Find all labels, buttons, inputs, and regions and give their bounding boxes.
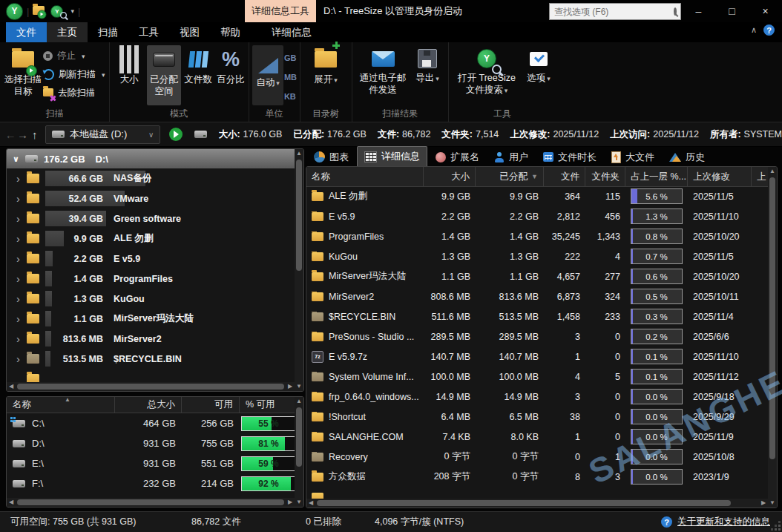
scroll-down-icon[interactable]: ▼ [768,499,777,508]
table-row[interactable]: KuGou1.3 GB1.3 GB22240.7 %2025/11/5 [306,246,768,266]
expand-button[interactable]: 展开▾ [309,45,342,105]
back-icon[interactable]: ← [4,128,16,141]
chevron-right-icon[interactable]: › [16,314,27,324]
scroll-down-icon[interactable]: ▼ [295,382,303,391]
tree-row[interactable]: ›1.3 GBKuGou [7,289,295,309]
unit-mb-label[interactable]: MB [284,68,297,87]
quick-access-dropdown-icon[interactable]: ▾ [70,7,74,15]
tree-row[interactable]: ›1.4 GBProgramFiles [7,269,295,289]
column-header-pct-free[interactable]: % 可用 [240,397,293,413]
column-header-free[interactable]: 可用 [182,397,240,413]
forward-icon[interactable]: → [16,128,28,141]
start-scan-button[interactable] [169,128,183,141]
chevron-right-icon[interactable]: › [16,174,27,184]
help-icon[interactable]: ? [763,24,775,36]
table-row[interactable]: MirServer2808.6 MB813.6 MB6,8733240.5 %2… [306,286,768,306]
resize-grip[interactable] [778,528,781,531]
details-horizontal-scrollbar[interactable]: ◀ ▶ [306,499,768,508]
drive-row[interactable]: E:\931 GB551 GB59 % [7,453,295,473]
chevron-right-icon[interactable]: › [16,234,27,244]
drive-row[interactable]: C:\464 GB256 GB55 % [7,413,295,433]
collapse-ribbon-icon[interactable]: ∧ [751,25,757,35]
column-header-size[interactable]: 大小 [424,167,476,186]
column-header-modified[interactable]: 上次修改 [688,167,752,186]
tree-row[interactable]: ›813.6 MBMirServer2 [7,329,295,349]
scrollbar-thumb[interactable] [769,177,775,459]
drive-row[interactable]: F:\232 GB214 GB92 % [7,473,295,493]
table-row[interactable]: MirServer玛法大陆1.1 GB1.1 GB4,6572770.6 %20… [306,266,768,286]
percent-mode-button[interactable]: % 百分比 [215,45,246,105]
tree-row[interactable]: ›2.2 GBE v5.9 [7,249,295,269]
allocated-space-mode-button[interactable]: 已分配空间 [147,45,181,105]
column-header-truncated[interactable]: 上 [752,167,766,186]
ribbon-tab-1[interactable]: 主页 [47,22,88,42]
unit-gb-label[interactable]: GB [284,48,297,68]
options-button[interactable]: 选项▾ [524,45,553,105]
up-icon[interactable]: ↑ [29,128,41,141]
scrollbar-thumb[interactable] [296,407,302,467]
view-tab-4[interactable]: 文件时长 [536,148,603,166]
remove-scan-button[interactable]: 去除扫描 [43,84,105,102]
scroll-left-icon[interactable]: ◀ [306,499,315,508]
view-tab-2[interactable]: 扩展名 [429,148,486,166]
scroll-left-icon[interactable]: ◀ [7,382,16,391]
view-tab-5[interactable]: 大文件 [605,148,661,166]
send-email-button[interactable]: 通过电子邮件发送 [356,45,410,105]
table-row[interactable]: $RECYCLE.BIN511.6 MB513.5 MB1,4582330.3 … [306,306,768,326]
chevron-down-icon[interactable]: ∨ [13,154,19,164]
table-row[interactable]: System Volume Inf...100.0 MB100.0 MB450.… [306,367,768,387]
column-header-files[interactable]: 文件 [544,167,585,186]
table-row[interactable]: E v5.92.2 GB2.2 GB2,8124561.3 %2025/11/1… [306,206,768,226]
scroll-up-icon[interactable]: ▲ [295,397,303,406]
table-row[interactable]: ALE 勿删9.9 GB9.9 GB3641155.6 %2025/11/5 [306,186,768,206]
ribbon-tab-5[interactable]: 帮助 [210,22,251,42]
refresh-scan-button[interactable]: 刷新扫描▾ [43,65,105,84]
minimize-button[interactable]: – [682,0,715,22]
column-header-allocated[interactable]: 已分配▼ [476,167,544,186]
table-row[interactable]: 方众数据208 字节0 字节830.0 %2023/1/9 [306,467,768,487]
chevron-right-icon[interactable]: › [16,334,27,344]
scroll-down-icon[interactable]: ▼ [295,498,303,507]
column-header-folders[interactable]: 文件夹 [585,167,625,186]
tree-horizontal-scrollbar[interactable]: ◀ ▶ [7,382,295,391]
update-support-link[interactable]: 关于更新和支持的信息 [677,516,770,528]
tree-row[interactable]: ›39.4 GBGreen software [7,208,295,229]
tree-row[interactable]: ›52.4 GBVMware [7,188,295,208]
scroll-up-icon[interactable]: ▲ [768,167,777,176]
column-header-name[interactable]: 名称 [306,167,424,186]
maximize-button[interactable]: □ [715,0,749,22]
drive-row[interactable]: D:\931 GB755 GB81 % [7,433,295,453]
ribbon-tab-6[interactable]: 详细信息 [261,22,322,42]
view-tab-6[interactable]: 历史 [663,148,712,166]
column-header-percent-of-parent[interactable]: 占上一层 %... [625,167,688,186]
drives-horizontal-scrollbar[interactable]: ◀ ▶ [7,498,295,507]
chevron-right-icon[interactable]: › [16,194,27,204]
tree-row[interactable]: ›513.5 MB$RECYCLE.BIN [7,349,295,369]
scrollbar-thumb[interactable] [317,500,731,506]
scroll-right-icon[interactable]: ▶ [286,498,295,507]
view-tab-1[interactable]: 详细信息 [357,146,427,166]
tree-vertical-scrollbar[interactable]: ▲ ▼ [295,149,303,391]
table-row[interactable]: PreSonus - Studio ...289.5 MB289.5 MB300… [306,326,768,347]
scroll-right-icon[interactable]: ▶ [759,499,768,508]
table-row[interactable]: SALANGHE.COM7.4 KB8.0 KB100.0 %2025/11/9 [306,427,768,447]
view-tab-0[interactable]: 图表 [307,148,355,166]
close-button[interactable]: × [749,0,782,22]
drives-vertical-scrollbar[interactable]: ▲ ▼ [295,397,303,507]
table-row[interactable]: 7zE v5.9.7z140.7 MB140.7 MB100.1 %2025/1… [306,347,768,367]
view-tab-3[interactable]: 用户 [487,148,535,166]
select-scan-target-button[interactable]: 选择扫描目标 [4,45,42,105]
table-row[interactable]: !Shortcut6.4 MB6.5 MB3800.0 %2025/9/29 [306,407,768,427]
column-header-total[interactable]: 总大小 [115,397,182,413]
table-row[interactable]: frp_0.64.0_windows...14.9 MB14.9 MB300.0… [306,387,768,407]
ribbon-tab-4[interactable]: 视图 [169,22,210,42]
scroll-up-icon[interactable]: ▲ [295,149,303,158]
scroll-right-icon[interactable]: ▶ [286,382,295,391]
tree-row[interactable]: ›1.1 GBMirServer玛法大陆 [7,309,295,329]
scrollbar-thumb[interactable] [17,384,284,390]
quick-file-search-button[interactable]: Y [50,4,63,18]
stop-button[interactable]: 停止▾ [43,47,105,65]
details-vertical-scrollbar[interactable]: ▲ ▼ [768,167,777,508]
size-mode-button[interactable]: 大小 [113,45,145,105]
tree-root-row[interactable]: ∨ 176.2 GB D:\ [7,149,295,168]
